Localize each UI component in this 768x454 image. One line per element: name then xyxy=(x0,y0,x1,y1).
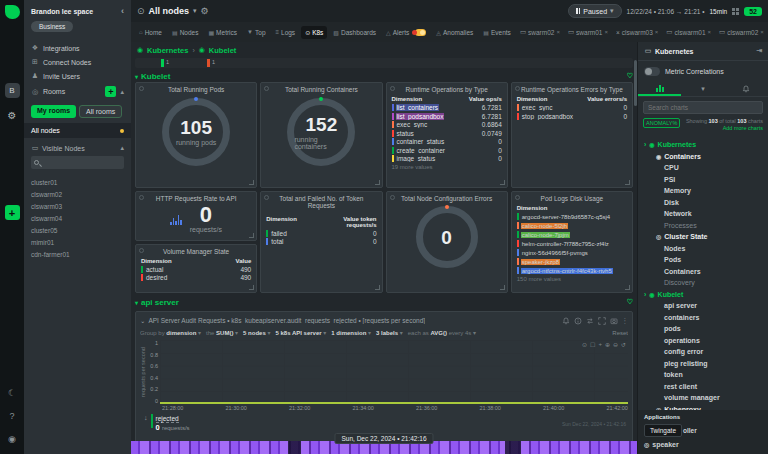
card-runtime-operation-errors[interactable]: Runtime Operations Errors by Type Dimens… xyxy=(511,82,633,188)
node-search[interactable] xyxy=(31,156,124,169)
zoom-out-icon[interactable]: ⊖ xyxy=(613,341,618,348)
table-row[interactable]: total0 xyxy=(266,238,376,245)
tree-item-discovery[interactable]: Discovery xyxy=(644,279,768,286)
card-total-running-pods[interactable]: Total Running Pods 105 running pods xyxy=(135,82,257,188)
node-tab[interactable]: ▭clswarm02× xyxy=(716,25,767,39)
tab-all-rooms[interactable]: All rooms xyxy=(79,105,122,118)
section-kubelet[interactable]: ▾ Kubelet ♡ xyxy=(135,70,633,82)
tree-item-cluster-state[interactable]: ◎Cluster State xyxy=(644,233,768,240)
sidebar-item-integrations[interactable]: ❖ Integrations xyxy=(31,44,124,52)
tree-item-pleg-relisting[interactable]: pleg relisting xyxy=(644,360,768,367)
tree-item-pods2[interactable]: pods xyxy=(644,325,768,332)
node-tab[interactable]: ▭clswarm01× xyxy=(663,25,714,39)
tab-charts[interactable] xyxy=(638,82,681,96)
table-row[interactable]: image_status0 xyxy=(392,155,502,162)
fullscreen-icon[interactable] xyxy=(598,317,606,325)
aggregation-dropdown[interactable]: the SUM() ▾ xyxy=(206,329,238,336)
collapse-right-icon[interactable]: ⇥ xyxy=(756,47,762,55)
table-row[interactable]: container_status0 xyxy=(392,138,502,145)
table-row[interactable]: failed0 xyxy=(266,230,376,237)
add-more-charts-link[interactable]: Add more charts xyxy=(723,125,763,131)
node-tab[interactable]: ×clswarm03× xyxy=(613,26,661,39)
node-search-input[interactable] xyxy=(41,159,111,166)
collapse-sidebar-icon[interactable]: ‹ xyxy=(121,6,124,16)
card-http-requests-rate[interactable]: HTTP Requests Rate to API 0 requests/s xyxy=(135,191,257,241)
card-pod-logs-disk-usage[interactable]: Pod Logs Disk Usage Dimension argocd-ser… xyxy=(511,191,633,293)
tab-logs[interactable]: ≡Logs xyxy=(272,26,300,39)
playhead-date-pill[interactable]: Sun, Dec 22, 2024 • 21:42:16 xyxy=(334,433,433,444)
nodes-collapse-icon[interactable]: ▴ xyxy=(120,144,124,152)
tree-item-rest-client[interactable]: rest client xyxy=(644,383,768,390)
compare-icon[interactable] xyxy=(586,317,594,325)
section-api-server[interactable]: ▾ api server ♡ xyxy=(135,296,633,308)
table-row[interactable]: stop_podsandbox0 xyxy=(517,113,627,120)
alerts-status-badge[interactable] xyxy=(412,29,426,36)
tree-item-network[interactable]: Network xyxy=(644,210,768,217)
table-row[interactable]: nginx-56d4966f5f-pvmgs xyxy=(517,249,627,256)
favorite-heart-icon[interactable]: ♡ xyxy=(627,298,633,306)
node-list-item[interactable]: clswarm02 xyxy=(31,191,124,198)
tab-nodes[interactable]: ▤Nodes xyxy=(168,26,202,39)
nodes-dropdown[interactable]: 5 nodes ▾ xyxy=(243,329,270,336)
more-values-link[interactable]: 150 more values xyxy=(517,276,627,282)
table-row[interactable]: actual490 xyxy=(141,266,251,273)
tree-item-operations[interactable]: operations xyxy=(644,337,768,344)
chart-search[interactable] xyxy=(643,101,763,114)
metric-correlations-row[interactable]: Metric Correlations xyxy=(638,61,768,82)
table-row[interactable]: helm-controller-7f788c795c-zf4lz xyxy=(517,240,627,247)
tree-item-disk[interactable]: Disk xyxy=(644,199,768,206)
time-window[interactable]: 15min xyxy=(709,8,727,15)
labels-dropdown[interactable]: 3 labels ▾ xyxy=(376,329,403,336)
collapse-caret-icon[interactable]: ▾ xyxy=(135,73,138,80)
tree-item-processes[interactable]: Processes xyxy=(644,222,768,229)
alerts-timeline-strip[interactable]: 1 1 xyxy=(135,58,633,68)
updates-icon[interactable]: ◉ xyxy=(8,434,16,444)
tab-top[interactable]: ▼Top xyxy=(243,26,269,39)
tab-anomalies[interactable]: ◬Anomalies xyxy=(432,26,477,39)
breadcrumb-kubernetes[interactable]: Kubernetes xyxy=(147,46,188,55)
tree-item-nodes[interactable]: Nodes xyxy=(644,245,768,252)
paused-button[interactable]: Paused ▾ xyxy=(568,4,621,18)
apps-grid-icon[interactable] xyxy=(732,8,739,15)
tab-dashboards[interactable]: ▧Dashboards xyxy=(329,26,380,39)
rooms-caret-icon[interactable]: ▴ xyxy=(120,88,124,96)
tab-home[interactable]: ⌂Home xyxy=(135,26,166,39)
netdata-logo-icon[interactable] xyxy=(5,5,20,19)
tree-item-speaker[interactable]: ◎speaker xyxy=(644,441,762,448)
add-room-button[interactable]: + xyxy=(105,86,116,97)
collapse-caret-icon[interactable]: ▾ xyxy=(135,299,138,306)
reset-zoom-icon[interactable]: ↺ xyxy=(621,341,626,348)
node-list-item[interactable]: mimir01 xyxy=(31,239,124,246)
close-icon[interactable]: × xyxy=(655,29,659,35)
table-row[interactable]: create_container0 xyxy=(392,147,502,154)
highlight-icon[interactable]: + xyxy=(598,341,602,348)
tree-item-containers2[interactable]: Containers xyxy=(644,268,768,275)
zoom-in-icon[interactable]: ⊕ xyxy=(605,341,610,348)
help-icon[interactable]: ? xyxy=(8,411,16,421)
node-list-item[interactable]: clswarm03 xyxy=(31,203,124,210)
table-row[interactable]: desired490 xyxy=(141,274,251,281)
bell-icon[interactable] xyxy=(562,317,570,325)
table-row[interactable]: list_podsandbox6.7281 xyxy=(392,113,502,120)
tab-alerts[interactable]: △Alerts xyxy=(382,26,430,39)
close-icon[interactable]: × xyxy=(604,29,608,35)
chart-plot-area[interactable]: ⊙ ☐ + ⊕ ⊖ ↺ xyxy=(160,340,628,404)
close-icon[interactable]: × xyxy=(760,29,764,35)
tab-events[interactable]: ▤Events xyxy=(479,26,515,39)
sidebar-item-invite-users[interactable]: ♟ Invite Users xyxy=(31,72,124,80)
sidebar-item-rooms[interactable]: ◎ Rooms + ▴ xyxy=(31,86,124,97)
tree-item-psi[interactable]: PSI xyxy=(644,176,768,183)
table-row[interactable]: argocd-server-78b9d6587c-q5sj4 xyxy=(517,213,627,220)
time-range[interactable]: 12/22/24 • 21:06 → 21:21 • xyxy=(627,8,705,15)
tree-item-volume-manager[interactable]: volume manager xyxy=(644,394,768,401)
table-row[interactable]: calico-node-5l2jh xyxy=(517,222,627,229)
tree-kubernetes[interactable]: ›◉Kubernetes xyxy=(644,141,768,148)
room-settings-icon[interactable]: ⚙ xyxy=(201,6,209,16)
card-node-config-errors[interactable]: Total Node Configuration Errors 0 xyxy=(386,191,508,293)
room-dropdown-icon[interactable]: ▾ xyxy=(193,7,197,15)
card-token-requests[interactable]: Total and Failed No. of Token Requests D… xyxy=(260,191,382,293)
tree-item-api-server[interactable]: api server xyxy=(644,302,768,309)
select-icon[interactable]: ☐ xyxy=(590,341,595,348)
sidebar-item-connect-nodes[interactable]: ⊞ Connect Nodes xyxy=(31,58,124,66)
node-list-item[interactable]: cluster01 xyxy=(31,179,124,186)
